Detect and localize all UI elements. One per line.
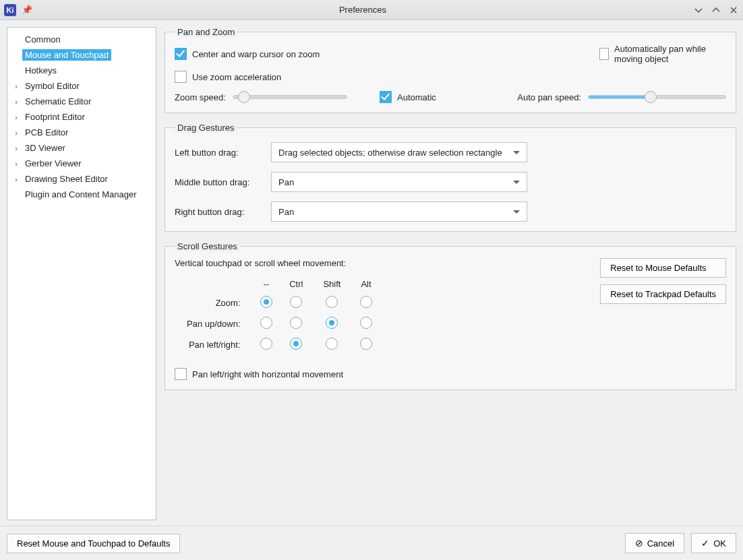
auto-pan-speed-label: Auto pan speed: [517,92,581,102]
panzoom-legend: Pan and Zoom [175,27,237,37]
auto-pan-speed-slider[interactable] [588,95,726,99]
scroll-group: Scroll Gestures Vertical touchpad or scr… [165,241,736,390]
tree-item-label: Drawing Sheet Editor [22,173,111,185]
drag-group: Drag Gestures Left button drag: Drag sel… [165,123,736,232]
scroll-radio[interactable] [290,338,302,350]
center-warp-label: Center and warp cursor on zoom [192,49,320,59]
cancel-icon [635,538,643,549]
tree-item-hotkeys[interactable]: Hotkeys [7,63,156,78]
tree-item-gerber-viewer[interactable]: ›Gerber Viewer [7,156,156,171]
reset-mouse-button[interactable]: Reset to Mouse Defaults [600,258,726,278]
reset-trackpad-label: Reset to Trackpad Defaults [610,289,716,299]
scroll-row-label: Pan up/down: [187,317,247,331]
zoom-accel-input[interactable] [175,71,187,83]
automatic-input[interactable] [380,91,392,103]
preferences-tree[interactable]: CommonMouse and TouchpadHotkeys›Symbol E… [7,27,156,520]
pan-lr-horiz-checkbox[interactable]: Pan left/right with horizontal movement [175,368,388,380]
pan-lr-horiz-input[interactable] [175,368,187,380]
scroll-radio[interactable] [326,338,338,350]
tree-item-label: Gerber Viewer [22,158,84,169]
titlebar: Ki 📌 Preferences [0,0,743,20]
tree-item-common[interactable]: Common [7,32,156,47]
left-drag-value: Drag selected objects; otherwise draw se… [278,148,502,158]
ok-label: OK [713,538,726,549]
middle-drag-combo[interactable]: Pan [271,172,527,192]
tree-item-pcb-editor[interactable]: ›PCB Editor [7,125,156,140]
automatic-checkbox[interactable]: Automatic [380,91,436,103]
zoom-speed-slider[interactable] [233,95,347,99]
scroll-col-header: Shift [319,279,345,289]
scroll-table: --CtrlShiftAltZoom:Pan up/down:Pan left/… [175,272,388,359]
right-drag-label: Right button drag: [175,207,266,217]
chevron-right-icon[interactable]: › [10,160,22,168]
zoom-accel-checkbox[interactable]: Use zoom acceleration [175,71,726,83]
panzoom-group: Pan and Zoom Center and warp cursor on z… [165,27,736,113]
drag-legend: Drag Gestures [175,123,237,133]
zoom-accel-label: Use zoom acceleration [192,72,281,82]
tree-item-label: Footprint Editor [22,111,88,123]
tree-item-symbol-editor[interactable]: ›Symbol Editor [7,78,156,94]
maximize-icon[interactable] [711,5,721,15]
zoom-speed-label: Zoom speed: [175,92,226,102]
scroll-legend: Scroll Gestures [175,241,240,251]
minimize-icon[interactable] [693,5,704,15]
scroll-radio[interactable] [360,296,372,308]
cancel-label: Cancel [647,538,674,549]
close-icon[interactable] [728,5,739,15]
center-warp-checkbox[interactable]: Center and warp cursor on zoom [175,44,471,64]
scroll-radio[interactable] [326,296,338,308]
scroll-radio[interactable] [360,317,372,329]
scroll-radio[interactable] [290,317,302,329]
chevron-right-icon[interactable]: › [10,129,22,137]
dialog-footer: Reset Mouse and Touchpad to Defaults Can… [0,526,743,560]
scroll-heading: Vertical touchpad or scroll wheel moveme… [175,258,388,268]
reset-mouse-label: Reset to Mouse Defaults [610,263,706,273]
chevron-right-icon[interactable]: › [10,82,22,90]
chevron-right-icon[interactable]: › [10,144,22,152]
auto-pan-move-checkbox[interactable]: Automatically pan while moving object [599,44,726,64]
left-drag-label: Left button drag: [175,148,266,158]
scroll-col-header: Ctrl [285,279,307,289]
left-drag-combo[interactable]: Drag selected objects; otherwise draw se… [271,142,527,162]
tree-item-3d-viewer[interactable]: ›3D Viewer [7,140,156,156]
tree-item-label: Plugin and Content Manager [22,189,140,200]
scroll-radio[interactable] [260,296,272,308]
scroll-row-label: Pan left/right: [187,338,247,352]
scroll-radio[interactable] [290,296,302,308]
tree-item-label: 3D Viewer [22,142,68,154]
tree-item-label: Symbol Editor [22,80,82,92]
tree-item-drawing-sheet-editor[interactable]: ›Drawing Sheet Editor [7,171,156,187]
auto-pan-move-label: Automatically pan while moving object [614,44,726,64]
reset-trackpad-button[interactable]: Reset to Trackpad Defaults [600,284,726,304]
scroll-radio[interactable] [326,317,338,329]
scroll-col-header: Alt [357,279,375,289]
tree-item-schematic-editor[interactable]: ›Schematic Editor [7,94,156,109]
right-drag-value: Pan [278,207,294,217]
check-icon [701,538,709,549]
chevron-right-icon[interactable]: › [10,175,22,183]
tree-item-footprint-editor[interactable]: ›Footprint Editor [7,109,156,125]
scroll-col-header: -- [260,279,274,289]
tree-item-label: Hotkeys [22,65,59,76]
reset-defaults-label: Reset Mouse and Touchpad to Defaults [17,538,170,549]
tree-item-mouse-and-touchpad[interactable]: Mouse and Touchpad [7,47,156,63]
scroll-radio[interactable] [260,317,272,329]
tree-item-label: Common [22,34,63,45]
ok-button[interactable]: OK [691,533,736,553]
auto-pan-move-input[interactable] [599,48,609,60]
scroll-row-label: Zoom: [187,296,247,310]
pin-icon[interactable]: 📌 [22,5,32,15]
middle-drag-label: Middle button drag: [175,177,266,187]
cancel-button[interactable]: Cancel [625,533,684,553]
scroll-radio[interactable] [260,338,272,350]
scroll-radio[interactable] [360,338,372,350]
tree-item-plugin-and-content-manager[interactable]: Plugin and Content Manager [7,187,156,202]
center-warp-input[interactable] [175,48,187,60]
chevron-right-icon[interactable]: › [10,113,22,121]
reset-defaults-button[interactable]: Reset Mouse and Touchpad to Defaults [7,534,180,553]
app-icon: Ki [4,4,16,16]
window-title: Preferences [36,5,689,15]
right-drag-combo[interactable]: Pan [271,201,527,222]
tree-item-label: Mouse and Touchpad [22,49,111,61]
chevron-right-icon[interactable]: › [10,98,22,106]
